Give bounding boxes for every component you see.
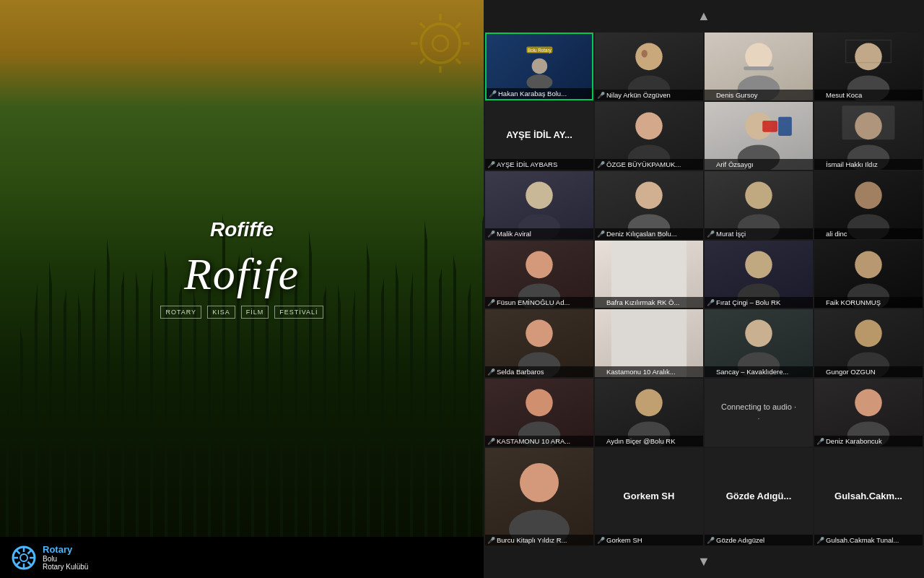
svg-point-68 [855, 389, 882, 417]
slide-content: Rofiffe Rofife ROTARY KISA FİLM FESTİVAL… [0, 0, 484, 537]
chevron-down-icon: ▼ [697, 554, 710, 569]
participant-tile-14: Bafra Kızılırmak RK Ö... [595, 241, 703, 309]
slide-background: Rofiffe Rofife ROTARY KISA FİLM FESTİVAL… [0, 0, 484, 537]
participant-label-25: Burcu Kitaplı Yıldız R... [488, 536, 567, 544]
participant-name-2: 🎤 Nilay Arkün Özgüven [595, 90, 703, 100]
participant-label-18: Kastamonu 10 Aralık... [598, 368, 676, 376]
mic-muted-icon-17: 🎤 [487, 368, 495, 376]
svg-point-27 [745, 43, 772, 71]
participant-tile-26: Gorkem SH 🎤 Gorkem SH [595, 448, 703, 545]
rofife-title: Rofife [160, 249, 323, 300]
participant-label-13: Füsun EMİNOĞLU Ad... [488, 298, 570, 306]
participant-tile-1: Bolu Rotary 🎤 Hakan Karabaş Bolu... [485, 33, 593, 100]
participant-label-20: Gungor OZGUN [817, 368, 876, 376]
participant-label-12: ali dinc [817, 230, 847, 238]
participant-label-3: Denis Gursoy [707, 91, 758, 99]
mic-muted-icon-27: 🎤 [707, 537, 715, 544]
participant-tile-7: Arif Özsaygı [705, 102, 813, 170]
rotary-gear-icon [408, 11, 473, 76]
rofife-branding: Rofiffe Rofife ROTARY KISA FİLM FESTİVAL… [160, 218, 323, 319]
svg-text:Bolu Rotary: Bolu Rotary [528, 48, 552, 53]
slide-number: Rofiffe [160, 218, 323, 241]
participant-name-6: 🎤 ÖZGE BÜYÜKPAMUK... [595, 159, 703, 170]
mic-muted-icon-25: 🎤 [487, 537, 495, 544]
rotary-footer-text: Rotary Bolu Rotary Kulübü [43, 544, 88, 571]
participant-name-25: 🎤 Burcu Kitaplı Yıldız R... [485, 535, 593, 545]
participant-tile-28: Gulsah.Cakm... 🎤 Gulsah.Cakmak Tunal... [814, 448, 923, 545]
presentation-footer: Rotary Bolu Rotary Kulübü [0, 537, 484, 578]
svg-point-30 [855, 43, 882, 71]
participant-tile-3: Denis Gursoy [705, 33, 813, 100]
svg-line-16 [17, 550, 20, 553]
participant-label-22: Aydın Biçer @Bolu RK [598, 437, 676, 445]
participant-label-2: Nilay Arkün Özgüven [598, 91, 671, 99]
svg-point-24 [635, 43, 663, 71]
participant-name-12: ali dinc [814, 228, 923, 239]
participant-name-5: 🎤 AYŞE İDİL AYBARS [485, 159, 593, 170]
participant-tile-27: Gözde Adıgü... 🎤 Gözde Adıgüzel [705, 448, 813, 545]
participant-label-19: Sancay – Kavaklıdere... [707, 368, 788, 376]
participant-tile-21: 🎤 KASTAMONU 10 ARA... [485, 379, 593, 447]
participant-label-6: ÖZGE BÜYÜKPAMUK... [598, 160, 681, 168]
rotary-club-label: Bolu [43, 555, 88, 563]
svg-line-18 [28, 550, 32, 553]
connecting-dots: · [757, 413, 760, 423]
participant-name-3: Denis Gursoy [705, 90, 813, 100]
svg-line-17 [28, 561, 32, 565]
rotary-club-full-label: Rotary Kulübü [43, 563, 88, 571]
participant-display-name-28: Gulsah.Cakm... [832, 491, 905, 503]
svg-line-19 [17, 561, 20, 565]
participant-name-28: 🎤 Gulsah.Cakmak Tunal... [814, 535, 923, 545]
mic-muted-icon-10: 🎤 [597, 230, 605, 238]
participant-label-16: Faik KORUNMUŞ [817, 298, 881, 306]
svg-point-48 [855, 181, 882, 209]
participant-label-27: Gözde Adıgüzel [707, 536, 764, 544]
mic-muted-icon-5: 🎤 [487, 161, 495, 168]
mic-muted-icon-1: 🎤 [489, 90, 497, 98]
svg-point-66 [635, 389, 663, 417]
participant-tile-6: 🎤 ÖZGE BÜYÜKPAMUK... [595, 102, 703, 170]
participant-tile-18: Kastamonu 10 Aralık... [595, 309, 703, 377]
participant-tile-5: AYŞE İDİL AY... 🎤 AYŞE İDİL AYBARS [485, 102, 593, 170]
scroll-up-button[interactable]: ▲ [484, 0, 924, 33]
video-grid-panel: ▲ Bolu Rotary 🎤 Hakan Karabaş Bolu... [484, 0, 924, 578]
svg-point-57 [526, 320, 553, 348]
rotary-brand-label: Rotary [43, 544, 88, 555]
participant-label-10: Deniz Kılıçaslan Bolu... [598, 230, 677, 238]
mic-muted-icon-11: 🎤 [707, 230, 715, 238]
mic-muted-icon-26: 🎤 [597, 537, 605, 544]
mic-muted-icon-15: 🎤 [707, 299, 715, 306]
mic-muted-icon-13: 🎤 [487, 299, 495, 306]
svg-line-6 [420, 23, 424, 27]
chevron-up-icon: ▲ [697, 9, 710, 24]
participant-display-name-26: Gorkem SH [621, 491, 678, 503]
svg-line-8 [456, 23, 461, 27]
mic-muted-icon-24: 🎤 [816, 438, 824, 445]
svg-rect-41 [842, 105, 895, 139]
mic-muted-icon-2: 🎤 [597, 92, 605, 99]
svg-rect-37 [762, 121, 777, 132]
participant-label-21: KASTAMONU 10 ARA... [488, 437, 570, 445]
presentation-panel: Rofiffe Rofife ROTARY KISA FİLM FESTİVAL… [0, 0, 484, 578]
subtitle-kisa: KISA [207, 306, 235, 319]
participant-name-9: 🎤 Malik Aviral [485, 228, 593, 239]
scroll-down-button[interactable]: ▼ [484, 545, 924, 578]
participant-tile-17: 🎤 Selda Barbaros [485, 309, 593, 377]
svg-point-60 [745, 320, 772, 348]
participant-tile-25: 🎤 Burcu Kitaplı Yıldız R... [485, 448, 593, 545]
participant-name-18: Kastamonu 10 Aralık... [595, 366, 703, 377]
participant-tile-15: 🎤 Fırat Çingi – Bolu RK [705, 241, 813, 309]
participant-tile-23: Connecting to audio · · [705, 379, 813, 447]
subtitle-rotary: ROTARY [160, 306, 201, 319]
participant-name-7: Arif Özsaygı [705, 159, 813, 170]
participant-name-4: Mesut Koca [814, 90, 923, 100]
participant-tile-11: 🎤 Murat İşçi [705, 171, 813, 239]
svg-rect-29 [744, 66, 774, 70]
participant-tile-20: Gungor OZGUN [814, 309, 923, 377]
participant-name-22: Aydın Biçer @Bolu RK [595, 436, 703, 447]
svg-rect-38 [778, 117, 792, 136]
participant-name-20: Gungor OZGUN [814, 366, 923, 377]
svg-point-1 [432, 35, 448, 51]
participant-tile-19: Sancay – Kavaklıdere... [705, 309, 813, 377]
svg-point-0 [421, 24, 460, 63]
